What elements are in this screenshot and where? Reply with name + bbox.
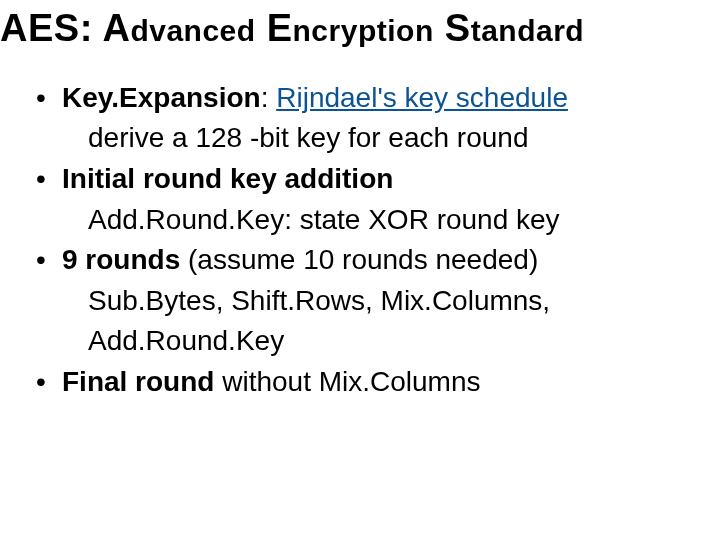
- title-word2-rest: ncryption: [293, 14, 434, 47]
- title-word1-rest: dvanced: [130, 14, 255, 47]
- bullet-text: (assume 10 rounds needed): [180, 244, 538, 275]
- title-prefix: AES:: [0, 7, 93, 49]
- bullet-continuation: derive a 128 -bit key for each round: [62, 118, 720, 159]
- bullet-item: 9 rounds (assume 10 rounds needed) Sub.B…: [36, 240, 720, 362]
- slide-title: AES: Advanced Encryption Standard: [0, 8, 720, 50]
- link-rijndael-key-schedule[interactable]: Rijndael's key schedule: [276, 82, 568, 113]
- title-word3-rest: tandard: [471, 14, 585, 47]
- bullet-continuation: Sub.Bytes, Shift.Rows, Mix.Columns, Add.…: [62, 281, 720, 362]
- slide: AES: Advanced Encryption Standard Key.Ex…: [0, 0, 720, 540]
- bullet-text: :: [261, 82, 277, 113]
- bullet-bold: Key.Expansion: [62, 82, 261, 113]
- bullet-item: Initial round key addition Add.Round.Key…: [36, 159, 720, 240]
- bullet-item: Key.Expansion: Rijndael's key schedule d…: [36, 78, 720, 159]
- title-word3-cap: S: [445, 7, 471, 49]
- bullet-bold: 9 rounds: [62, 244, 180, 275]
- bullet-list: Key.Expansion: Rijndael's key schedule d…: [0, 78, 720, 403]
- bullet-item: Final round without Mix.Columns: [36, 362, 720, 403]
- bullet-bold: Initial round key addition: [62, 163, 393, 194]
- bullet-continuation: Add.Round.Key: state XOR round key: [62, 200, 720, 241]
- bullet-text: without Mix.Columns: [214, 366, 480, 397]
- bullet-bold: Final round: [62, 366, 214, 397]
- title-word2-cap: E: [267, 7, 293, 49]
- title-word1-cap: A: [102, 7, 130, 49]
